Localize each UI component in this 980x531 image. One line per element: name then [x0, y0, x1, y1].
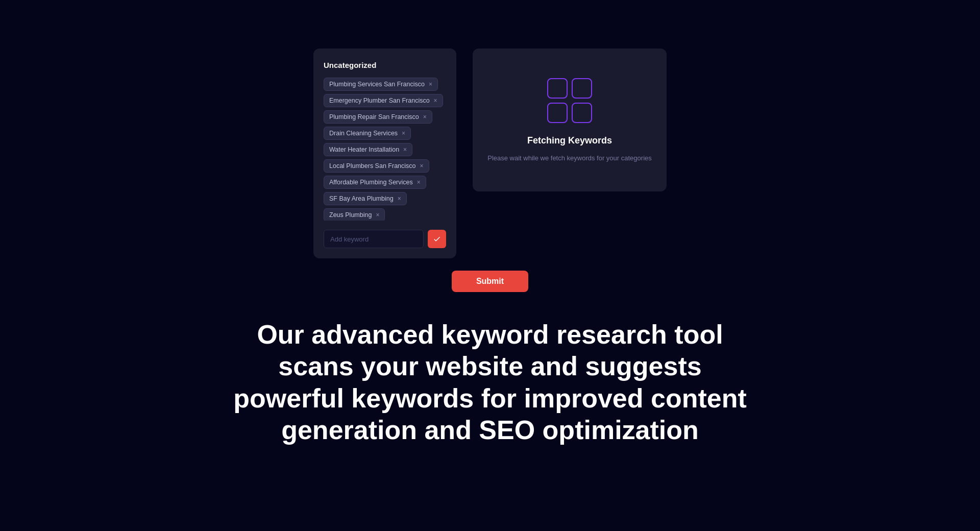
keyword-tag: Affordable Plumbing Services×	[324, 176, 426, 189]
keyword-tag: Emergency Plumber San Francisco×	[324, 94, 443, 107]
add-keyword-row	[324, 230, 446, 248]
keyword-tag: Zeus Plumbing×	[324, 208, 385, 221]
add-keyword-input[interactable]	[324, 230, 424, 248]
submit-button[interactable]: Submit	[452, 271, 528, 292]
keyword-tag: Plumbing Services San Francisco×	[324, 78, 438, 91]
keyword-tag-label: Affordable Plumbing Services	[329, 179, 413, 186]
keyword-tag: Water Heater Installation×	[324, 143, 412, 156]
keyword-tag-label: Zeus Plumbing	[329, 211, 372, 219]
keyword-tag-label: Local Plumbers San Francisco	[329, 162, 416, 170]
keyword-remove-button[interactable]: ×	[398, 196, 401, 202]
keyword-tag-label: Plumbing Services San Francisco	[329, 81, 425, 88]
keyword-remove-button[interactable]: ×	[417, 179, 421, 185]
keyword-remove-button[interactable]: ×	[423, 114, 427, 120]
cards-row: Uncategorized Plumbing Services San Fran…	[0, 49, 980, 258]
keyword-tag: Local Plumbers San Francisco×	[324, 159, 429, 173]
keyword-tag: SF Bay Area Plumbing×	[324, 192, 407, 205]
bottom-tagline: Our advanced keyword research tool scans…	[209, 319, 771, 446]
keyword-remove-button[interactable]: ×	[420, 163, 424, 169]
keyword-remove-button[interactable]: ×	[402, 130, 405, 136]
main-content: Uncategorized Plumbing Services San Fran…	[0, 49, 980, 446]
checkmark-icon	[433, 235, 441, 243]
logo-grid	[547, 78, 592, 123]
keyword-tag: Plumbing Repair San Francisco×	[324, 110, 432, 124]
logo-square-tr	[572, 78, 592, 99]
keyword-remove-button[interactable]: ×	[403, 147, 407, 153]
fetching-card: Fetching Keywords Please wait while we f…	[473, 49, 667, 191]
keyword-tag-label: Emergency Plumber San Francisco	[329, 97, 430, 104]
keyword-tag-label: Drain Cleaning Services	[329, 130, 398, 137]
card-title: Uncategorized	[324, 61, 446, 69]
keyword-tag-label: Water Heater Installation	[329, 146, 399, 153]
keyword-remove-button[interactable]: ×	[434, 98, 437, 104]
keyword-card: Uncategorized Plumbing Services San Fran…	[313, 49, 456, 258]
fetching-title: Fetching Keywords	[527, 135, 612, 146]
add-keyword-button[interactable]	[428, 230, 446, 248]
keyword-tag-label: Plumbing Repair San Francisco	[329, 113, 419, 120]
logo-square-br	[572, 103, 592, 123]
keyword-remove-button[interactable]: ×	[376, 212, 379, 218]
logo-square-tl	[547, 78, 568, 99]
keyword-remove-button[interactable]: ×	[429, 81, 432, 87]
logo-square-bl	[547, 103, 568, 123]
fetching-subtitle: Please wait while we fetch keywords for …	[487, 154, 652, 162]
keyword-tags-container: Plumbing Services San Francisco×Emergenc…	[324, 78, 446, 221]
keyword-tag-label: SF Bay Area Plumbing	[329, 195, 394, 202]
keyword-tag: Drain Cleaning Services×	[324, 127, 411, 140]
